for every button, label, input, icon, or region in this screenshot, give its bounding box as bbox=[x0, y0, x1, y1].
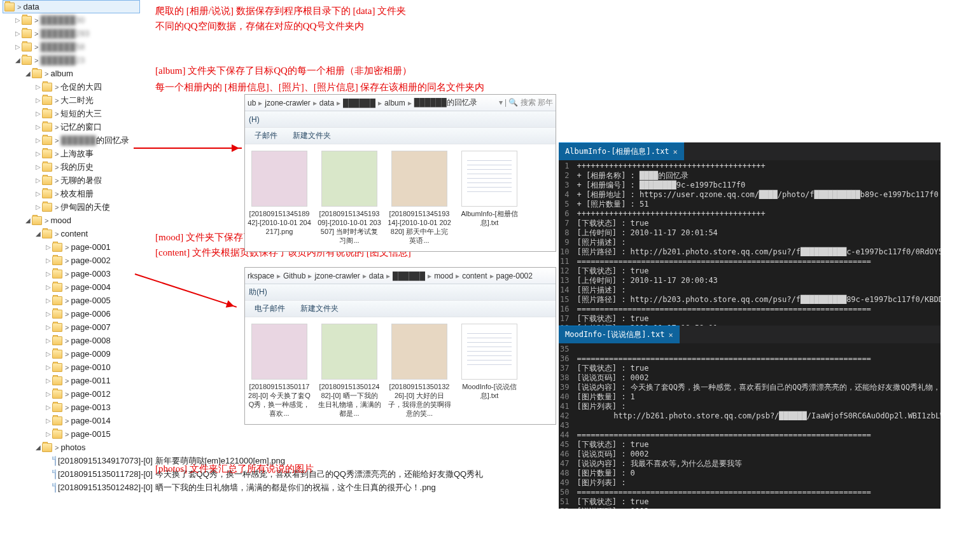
crumb[interactable]: ██████的回忆录 bbox=[414, 97, 477, 108]
tree-item[interactable]: >content bbox=[3, 227, 140, 240]
tree-item[interactable]: >page-0007 bbox=[3, 320, 140, 334]
expand-arrow-icon[interactable] bbox=[45, 404, 52, 411]
help-menu[interactable]: 助(H) bbox=[249, 287, 267, 298]
crumb[interactable]: ██████ bbox=[393, 272, 425, 280]
tree-item[interactable]: >██████293 bbox=[3, 27, 140, 40]
crumb[interactable]: jzone-crawler bbox=[265, 99, 310, 107]
crumb[interactable]: album bbox=[384, 99, 405, 107]
breadcrumb[interactable]: ub▸jzone-crawler▸data▸██████▸album▸█████… bbox=[245, 95, 556, 111]
tree-item[interactable]: >██████23 bbox=[3, 53, 140, 67]
tree-item[interactable]: >校友相册 bbox=[3, 187, 140, 200]
crumb[interactable]: jzone-crawler bbox=[314, 272, 360, 280]
tree-item[interactable]: >page-0005 bbox=[3, 294, 140, 307]
expand-arrow-icon[interactable] bbox=[34, 190, 42, 197]
tree-item[interactable]: >page-0009 bbox=[3, 347, 140, 361]
editor-tab[interactable]: MoodInfo-[说说信息].txt × bbox=[559, 326, 680, 343]
expand-arrow-icon[interactable] bbox=[34, 163, 42, 170]
expand-arrow-icon[interactable] bbox=[45, 337, 52, 344]
expand-arrow-icon[interactable] bbox=[14, 17, 22, 24]
root-node[interactable]: > data bbox=[3, 0, 140, 13]
code-content[interactable]: ++++++++++++++++++++++++++++++++++++++++… bbox=[573, 160, 941, 326]
tree-item[interactable]: >album bbox=[3, 67, 140, 80]
crumb[interactable]: ub bbox=[248, 99, 256, 107]
close-icon[interactable]: × bbox=[668, 331, 673, 340]
tree-item[interactable]: >上海故事 bbox=[3, 147, 140, 160]
tree-item[interactable]: >mood bbox=[3, 214, 140, 227]
expand-arrow-icon[interactable] bbox=[24, 70, 32, 77]
thumbnail[interactable]: [20180915134519314]-[2010-10-01 202820] … bbox=[388, 151, 451, 245]
close-icon[interactable]: × bbox=[673, 148, 678, 156]
tree-item[interactable]: >伊甸园的天使 bbox=[3, 200, 140, 214]
thumbnail[interactable]: AlbumInfo-[相册信息].txt bbox=[458, 151, 521, 245]
expand-arrow-icon[interactable] bbox=[45, 297, 52, 304]
expand-arrow-icon[interactable] bbox=[34, 110, 42, 117]
tree-item[interactable]: >page-0015 bbox=[3, 427, 140, 441]
thumbnail[interactable]: [20180915135011728]-[0] 今天换了套QQ秀，换一种感觉，喜… bbox=[248, 324, 311, 418]
crumb[interactable]: data bbox=[369, 272, 384, 280]
editor-tab[interactable]: AlbumInfo-[相册信息].txt × bbox=[559, 142, 684, 160]
crumb[interactable]: ██████ bbox=[343, 99, 375, 107]
tree-item[interactable]: >page-0004 bbox=[3, 280, 140, 294]
tree-item[interactable]: >无聊的暑假 bbox=[3, 174, 140, 187]
thumbnail[interactable]: [20180915134518942]-[2010-10-01 204217].… bbox=[248, 151, 311, 245]
help-menu[interactable]: (H) bbox=[249, 115, 260, 124]
breadcrumb[interactable]: rkspace▸Github▸jzone-crawler▸data▸██████… bbox=[245, 268, 556, 284]
expand-arrow-icon[interactable] bbox=[34, 230, 42, 237]
expand-arrow-icon[interactable] bbox=[45, 324, 52, 331]
tree-item[interactable]: >page-0003 bbox=[3, 267, 140, 280]
expand-arrow-icon[interactable] bbox=[34, 150, 42, 157]
expand-arrow-icon[interactable] bbox=[45, 350, 52, 357]
tree-file[interactable]: [20180915135012482]-[0] 晒一下我的生日礼物墙，满满的都是… bbox=[3, 481, 140, 494]
tree-item[interactable]: >██████30 bbox=[3, 13, 140, 27]
tree-item[interactable]: >page-0010 bbox=[3, 361, 140, 374]
tree-item[interactable]: >记忆的窗口 bbox=[3, 120, 140, 134]
expand-arrow-icon[interactable] bbox=[45, 310, 52, 317]
tree-item[interactable]: >page-0011 bbox=[3, 374, 140, 387]
crumb[interactable]: data bbox=[319, 99, 334, 107]
tree-item[interactable]: >page-0002 bbox=[3, 254, 140, 267]
expand-arrow-icon[interactable] bbox=[45, 430, 52, 437]
expand-arrow-icon[interactable] bbox=[45, 257, 52, 264]
crumb[interactable]: mood bbox=[434, 272, 453, 280]
tree-item[interactable]: >大二时光 bbox=[3, 93, 140, 107]
tree-file[interactable]: [20180915135011728]-[0] 今天换了套QQ秀，换一种感觉，喜… bbox=[3, 467, 140, 481]
expand-arrow-icon[interactable] bbox=[34, 177, 42, 184]
tree-item[interactable]: >page-0001 bbox=[3, 240, 140, 254]
expand-arrow-icon[interactable] bbox=[34, 83, 42, 90]
tree-item[interactable]: >短短的大三 bbox=[3, 107, 140, 120]
tree-item[interactable]: >page-0014 bbox=[3, 414, 140, 427]
tree-item[interactable]: >page-0013 bbox=[3, 401, 140, 414]
tree-item[interactable]: >我的历史 bbox=[3, 160, 140, 174]
thumbnail[interactable]: [20180915135012482]-[0] 晒一下我的生日礼物墙，满满的都是… bbox=[318, 324, 381, 418]
tree-item[interactable]: >仓促的大四 bbox=[3, 80, 140, 93]
expand-arrow-icon[interactable] bbox=[45, 244, 52, 251]
tree-item[interactable]: >page-0012 bbox=[3, 387, 140, 401]
mail-button[interactable]: 子邮件 bbox=[249, 128, 283, 143]
crumb[interactable]: content bbox=[462, 272, 487, 280]
tree-item[interactable]: >██████的回忆录 bbox=[3, 134, 140, 147]
expand-arrow-icon[interactable] bbox=[45, 390, 52, 397]
expand-arrow-icon[interactable] bbox=[45, 377, 52, 384]
expand-arrow-icon[interactable] bbox=[34, 123, 42, 130]
new-folder-button[interactable]: 新建文件夹 bbox=[287, 128, 337, 143]
search-box[interactable]: ▾ | 🔍 搜索 那年 bbox=[499, 97, 553, 108]
expand-arrow-icon[interactable] bbox=[45, 270, 52, 277]
thumbnail[interactable]: [20180915134519309]-[2010-10-01 203507] … bbox=[318, 151, 381, 245]
mail-button[interactable]: 电子邮件 bbox=[249, 301, 291, 316]
expand-arrow-icon[interactable] bbox=[14, 30, 22, 37]
expand-arrow-icon[interactable] bbox=[34, 444, 42, 451]
expand-arrow-icon[interactable] bbox=[34, 203, 42, 210]
expand-arrow-icon[interactable] bbox=[24, 217, 32, 224]
tree-item[interactable]: >photos bbox=[3, 441, 140, 454]
crumb[interactable]: page-0002 bbox=[496, 272, 533, 280]
expand-arrow-icon[interactable] bbox=[34, 137, 42, 144]
expand-arrow-icon[interactable] bbox=[45, 284, 52, 291]
thumbnail[interactable]: [20180915135013226]-[0] 大好的日子，我得意的笑啊得意的笑… bbox=[388, 324, 451, 418]
tree-file[interactable]: [20180915134917073]-[0] 新年要萌萌哒[em]e12100… bbox=[3, 454, 140, 467]
new-folder-button[interactable]: 新建文件夹 bbox=[295, 301, 344, 316]
tree-item[interactable]: >page-0006 bbox=[3, 307, 140, 320]
code-content[interactable]: ========================================… bbox=[573, 343, 941, 509]
expand-arrow-icon[interactable] bbox=[34, 97, 42, 104]
thumbnail[interactable]: MoodInfo-[说说信息].txt bbox=[458, 324, 521, 418]
expand-arrow-icon[interactable] bbox=[45, 364, 52, 371]
